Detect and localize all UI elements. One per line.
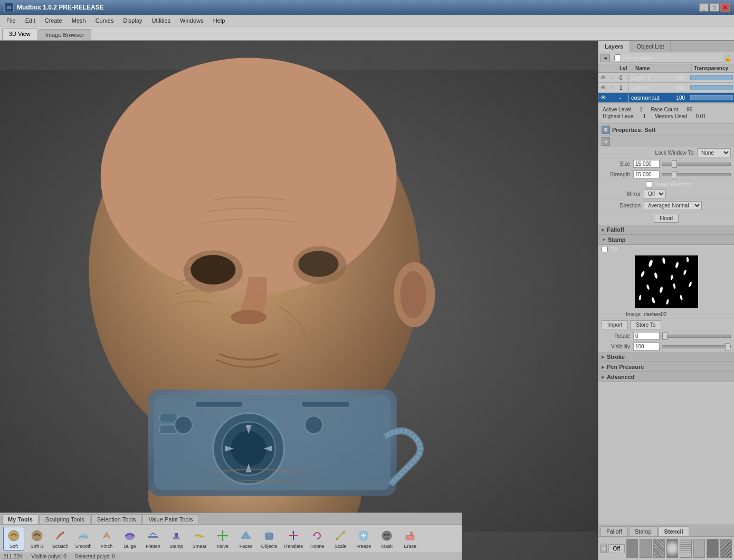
- tool-scratch[interactable]: Scratch: [50, 527, 71, 550]
- tool-scale[interactable]: Scale: [330, 527, 351, 550]
- stencil-thumb-6[interactable]: [693, 539, 705, 558]
- layers-nav-btn[interactable]: ◄: [600, 54, 610, 62]
- tab-sculpting-tools[interactable]: Sculpting Tools: [40, 514, 90, 524]
- falloff-header[interactable]: ▶ Falloff: [598, 225, 734, 235]
- prop-mirror-row: Mirror Off X Y Z: [598, 188, 734, 200]
- tool-soft[interactable]: Soft: [3, 527, 24, 550]
- close-button[interactable]: ✕: [720, 3, 730, 12]
- stencil-thumb-4[interactable]: [666, 539, 678, 558]
- stencil-thumb-7[interactable]: [707, 539, 718, 558]
- tool-smooth[interactable]: Smooth: [73, 527, 94, 550]
- stencil-off-button[interactable]: Off: [608, 544, 625, 553]
- tool-smear[interactable]: Smear: [189, 527, 210, 550]
- layer-trans-slider-1[interactable]: [690, 85, 733, 90]
- layer-lock-cosmonaut[interactable]: -: [608, 93, 617, 102]
- layer-eye-layer1[interactable]: 👁: [598, 73, 608, 82]
- stencil-prev-btn[interactable]: ◄: [600, 544, 607, 553]
- tab-object-list[interactable]: Object List: [630, 41, 671, 52]
- tool-move[interactable]: Move: [212, 527, 233, 550]
- stencil-thumb-5[interactable]: [680, 539, 691, 558]
- tab-stencil[interactable]: Stencil: [659, 526, 689, 536]
- advanced-label: Advanced: [607, 374, 635, 380]
- main-area: My Tools Sculpting Tools Selection Tools…: [0, 41, 734, 560]
- menu-curves[interactable]: Curves: [91, 16, 118, 25]
- tool-translate[interactable]: Translate: [282, 527, 304, 550]
- minimize-button[interactable]: _: [699, 3, 709, 12]
- stroke-header[interactable]: ▶ Stroke: [598, 352, 734, 362]
- maximize-button[interactable]: □: [710, 3, 719, 12]
- prop-rotate-input[interactable]: [633, 332, 660, 340]
- props-back-btn[interactable]: ◄: [602, 137, 610, 146]
- title-bar-controls[interactable]: _ □ ✕: [699, 3, 730, 12]
- tool-smooth-label: Smooth: [75, 544, 91, 549]
- layer-lock-layer1[interactable]: □: [608, 73, 617, 82]
- store-to-button[interactable]: Store To: [630, 320, 661, 329]
- prop-strength-input[interactable]: [633, 170, 660, 178]
- invert-function-checkbox[interactable]: [646, 181, 652, 187]
- properties-section: ⚙ Properties: Soft ◄ Lock Window To: Non…: [598, 124, 734, 560]
- tool-objects[interactable]: Objects: [259, 527, 280, 550]
- menu-utilities[interactable]: Utilities: [148, 16, 175, 25]
- viewport[interactable]: My Tools Sculpting Tools Selection Tools…: [0, 41, 598, 560]
- tool-faces[interactable]: Faces: [235, 527, 256, 550]
- stencil-thumb-3[interactable]: [653, 539, 665, 558]
- tab-image-browser[interactable]: Image Browser: [39, 29, 91, 40]
- prop-visibility-slider[interactable]: [662, 345, 731, 348]
- menu-mesh[interactable]: Mesh: [68, 16, 90, 25]
- prop-size-slider[interactable]: [662, 163, 731, 166]
- layer-eye-cosmonaut[interactable]: 👁: [598, 93, 608, 102]
- prop-mirror-select[interactable]: Off X Y Z: [644, 189, 666, 198]
- props-icon: ⚙: [602, 126, 610, 134]
- tab-my-tools[interactable]: My Tools: [2, 514, 39, 524]
- menu-display[interactable]: Display: [119, 16, 146, 25]
- menu-help[interactable]: Help: [209, 16, 230, 25]
- prop-rotate-slider[interactable]: [662, 335, 731, 338]
- import-button[interactable]: Import: [602, 320, 628, 329]
- tab-layers[interactable]: Layers: [598, 41, 630, 52]
- highest-level-value: 1: [643, 113, 646, 119]
- menu-edit[interactable]: Edit: [21, 16, 40, 25]
- advanced-header[interactable]: ▶ Advanced: [598, 372, 734, 382]
- properties-header: ⚙ Properties: Soft: [598, 124, 734, 136]
- bottom-toolbar-area: My Tools Sculpting Tools Selection Tools…: [0, 512, 462, 560]
- stamp-off-checkbox[interactable]: [602, 246, 608, 252]
- tab-3d-view[interactable]: 3D View: [2, 28, 37, 40]
- tab-stamp[interactable]: Stamp: [629, 526, 657, 536]
- stencil-thumb-1[interactable]: [626, 539, 638, 558]
- stamp-tool-icon: [169, 528, 184, 543]
- tool-bulge[interactable]: Bulge: [119, 527, 140, 550]
- show-mask-checkbox[interactable]: [614, 54, 621, 61]
- prop-direction-select[interactable]: Averaged Normal X Axis Y Axis Z Axis: [644, 201, 702, 210]
- tool-soft-b[interactable]: Soft B: [26, 527, 47, 550]
- layer-eye-layer0[interactable]: 👁: [598, 83, 608, 92]
- menu-create[interactable]: Create: [41, 16, 66, 25]
- layer-trans-slider-2[interactable]: [690, 95, 733, 100]
- prop-size-input[interactable]: [633, 160, 660, 168]
- tool-flatten[interactable]: Flatten: [142, 527, 164, 550]
- prop-strength-slider[interactable]: [662, 173, 731, 176]
- menu-file[interactable]: File: [2, 16, 20, 25]
- tool-pinch[interactable]: Pinch: [96, 527, 117, 550]
- tool-erase[interactable]: Erase: [399, 527, 421, 550]
- active-level-value: 1: [640, 107, 643, 112]
- layer-trans-slider-0[interactable]: [690, 75, 733, 80]
- menu-windows[interactable]: Windows: [176, 16, 208, 25]
- tool-freeze[interactable]: Freeze: [353, 527, 374, 550]
- svg-point-21: [305, 416, 323, 434]
- lock-window-select[interactable]: None Window: [697, 148, 731, 157]
- tool-mask[interactable]: Mask: [376, 527, 397, 550]
- svg-point-43: [382, 531, 392, 540]
- tab-selection-tools[interactable]: Selection Tools: [91, 514, 142, 524]
- flood-button[interactable]: Flood: [654, 214, 679, 223]
- tab-falloff[interactable]: Falloff: [600, 526, 628, 536]
- tool-smear-label: Smear: [193, 544, 207, 549]
- tool-stamp[interactable]: Stamp: [166, 527, 187, 550]
- tab-value-paint-tools[interactable]: Value Paint Tools: [142, 514, 198, 524]
- layer-lock-layer0[interactable]: □: [608, 83, 617, 92]
- stencil-thumb-8[interactable]: [720, 539, 732, 558]
- pen-pressure-header[interactable]: ▶ Pen Pressure: [598, 362, 734, 372]
- stencil-thumb-2[interactable]: [640, 539, 651, 558]
- prop-visibility-input[interactable]: [633, 343, 660, 350]
- stamp-header[interactable]: ▼ Stamp: [598, 235, 734, 245]
- tool-rotate[interactable]: Rotate: [307, 527, 328, 550]
